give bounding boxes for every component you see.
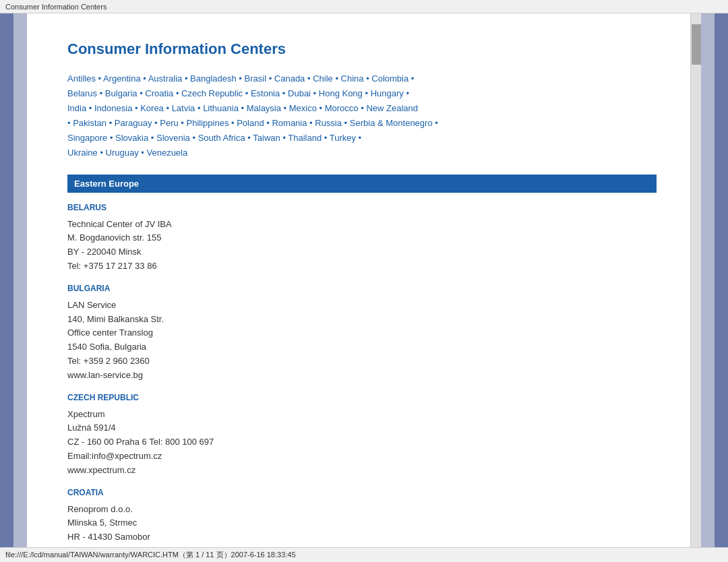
country-details-czech-republic: Xpectrum Lužná 591/4 CZ - 160 00 Praha 6… bbox=[67, 408, 657, 478]
title-bar-text: Consumer Information Centers bbox=[5, 3, 107, 11]
link-indonesia[interactable]: Indonesia bbox=[94, 103, 132, 113]
link-india[interactable]: India bbox=[67, 103, 86, 113]
link-bangladesh[interactable]: Bangladesh bbox=[190, 73, 237, 84]
scrollbar-thumb[interactable] bbox=[692, 24, 701, 65]
status-bar: file:///E:/lcd/manual/TAIWAN/warranty/WA… bbox=[0, 547, 728, 562]
link-chile[interactable]: Chile bbox=[313, 73, 333, 84]
link-romania[interactable]: Romania bbox=[272, 118, 307, 128]
country-details-croatia: Renoprom d.o.o. Mlinska 5, Strmec HR - 4… bbox=[67, 503, 657, 547]
link-thailand[interactable]: Thailand bbox=[288, 133, 322, 143]
country-czech-republic: CZECH REPUBLIC Xpectrum Lužná 591/4 CZ -… bbox=[67, 393, 657, 478]
link-venezuela[interactable]: Venezuela bbox=[147, 148, 188, 158]
country-name-belarus: BELARUS bbox=[67, 203, 657, 212]
link-bulgaria[interactable]: Bulgaria bbox=[105, 88, 138, 98]
link-antilles[interactable]: Antilles bbox=[67, 73, 96, 84]
link-canada[interactable]: Canada bbox=[274, 73, 305, 84]
content-area: Consumer Information Centers Antilles • … bbox=[27, 13, 690, 547]
link-uruguay[interactable]: Uruguay bbox=[106, 148, 139, 158]
link-slovakia[interactable]: Slovakia bbox=[115, 133, 148, 143]
link-poland[interactable]: Poland bbox=[237, 118, 264, 128]
link-slovenia[interactable]: Slovenia bbox=[156, 133, 190, 143]
link-belarus[interactable]: Belarus bbox=[67, 88, 97, 98]
link-hong-kong[interactable]: Hong Kong bbox=[319, 88, 363, 98]
link-philippines[interactable]: Philippines bbox=[187, 118, 229, 128]
country-name-bulgaria: BULGARIA bbox=[67, 284, 657, 293]
link-china[interactable]: China bbox=[341, 73, 364, 84]
country-belarus: BELARUS Technical Center of JV IBA M. Bo… bbox=[67, 203, 657, 274]
country-details-belarus: Technical Center of JV IBA M. Bogdanovic… bbox=[67, 218, 657, 274]
sidebar-right bbox=[701, 13, 728, 547]
link-croatia[interactable]: Croatia bbox=[145, 88, 173, 98]
link-serbia[interactable]: Serbia & Montenegro bbox=[350, 118, 433, 128]
section-header-eastern-europe: Eastern Europe bbox=[67, 175, 657, 193]
link-morocco[interactable]: Morocco bbox=[325, 103, 359, 113]
link-pakistan[interactable]: Pakistan bbox=[73, 118, 107, 128]
country-bulgaria: BULGARIA LAN Service 140, Mimi Balkanska… bbox=[67, 284, 657, 383]
link-czech-republic[interactable]: Czech Republic bbox=[181, 88, 243, 98]
link-latvia[interactable]: Latvia bbox=[172, 103, 195, 113]
country-name-czech-republic: CZECH REPUBLIC bbox=[67, 393, 657, 402]
sidebar-left bbox=[0, 13, 27, 547]
link-mexico[interactable]: Mexico bbox=[289, 103, 317, 113]
status-bar-text: file:///E:/lcd/manual/TAIWAN/warranty/WA… bbox=[5, 550, 296, 560]
page-title: Consumer Information Centers bbox=[67, 40, 657, 58]
link-brasil[interactable]: Brasil bbox=[245, 73, 267, 84]
link-new-zealand[interactable]: New Zealand bbox=[366, 103, 418, 113]
link-turkey[interactable]: Turkey bbox=[330, 133, 356, 143]
link-ukraine[interactable]: Ukraine bbox=[67, 148, 98, 158]
link-australia[interactable]: Australia bbox=[148, 73, 183, 84]
link-hungary[interactable]: Hungary bbox=[371, 88, 404, 98]
link-argentina[interactable]: Argentina bbox=[103, 73, 141, 84]
link-russia[interactable]: Russia bbox=[315, 118, 342, 128]
country-name-croatia: CROATIA bbox=[67, 488, 657, 497]
link-singapore[interactable]: Singapore bbox=[67, 133, 107, 143]
link-peru[interactable]: Peru bbox=[160, 118, 178, 128]
link-korea[interactable]: Korea bbox=[140, 103, 164, 113]
country-details-bulgaria: LAN Service 140, Mimi Balkanska Str. Off… bbox=[67, 299, 657, 383]
title-bar: Consumer Information Centers bbox=[0, 0, 728, 13]
link-south-africa[interactable]: South Africa bbox=[198, 133, 245, 143]
link-lithuania[interactable]: Lithuania bbox=[203, 103, 239, 113]
link-taiwan[interactable]: Taiwan bbox=[253, 133, 280, 143]
links-section: Antilles • Argentina • Australia • Bangl… bbox=[67, 71, 657, 161]
link-dubai[interactable]: Dubai bbox=[288, 88, 311, 98]
scrollbar[interactable] bbox=[690, 13, 701, 547]
link-malaysia[interactable]: Malaysia bbox=[247, 103, 281, 113]
country-croatia: CROATIA Renoprom d.o.o. Mlinska 5, Strme… bbox=[67, 488, 657, 547]
link-estonia[interactable]: Estonia bbox=[251, 88, 280, 98]
link-paraguay[interactable]: Paraguay bbox=[115, 118, 152, 128]
link-colombia[interactable]: Colombia bbox=[371, 73, 408, 84]
